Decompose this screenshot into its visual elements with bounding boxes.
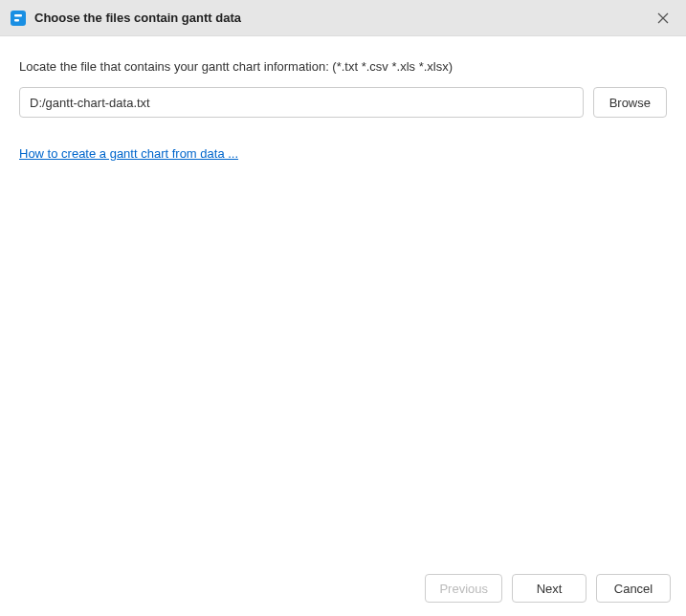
dialog-footer: Previous Next Cancel: [0, 564, 686, 616]
browse-button[interactable]: Browse: [593, 87, 667, 118]
help-link[interactable]: How to create a gantt chart from data ..…: [19, 146, 238, 161]
close-button[interactable]: [652, 7, 675, 30]
svg-rect-2: [14, 19, 19, 22]
app-icon: [10, 10, 27, 27]
close-icon: [657, 12, 669, 24]
titlebar: Choose the files contain gantt data: [0, 0, 686, 36]
cancel-button[interactable]: Cancel: [596, 574, 671, 603]
file-selection-row: Browse: [19, 87, 667, 118]
previous-button: Previous: [425, 574, 502, 603]
next-button[interactable]: Next: [512, 574, 586, 603]
file-path-input[interactable]: [19, 87, 584, 118]
svg-rect-1: [14, 14, 22, 17]
instruction-text: Locate the file that contains your gantt…: [19, 59, 667, 74]
dialog-content: Locate the file that contains your gantt…: [0, 36, 686, 564]
dialog-title: Choose the files contain gantt data: [34, 11, 652, 25]
svg-rect-0: [11, 11, 26, 26]
